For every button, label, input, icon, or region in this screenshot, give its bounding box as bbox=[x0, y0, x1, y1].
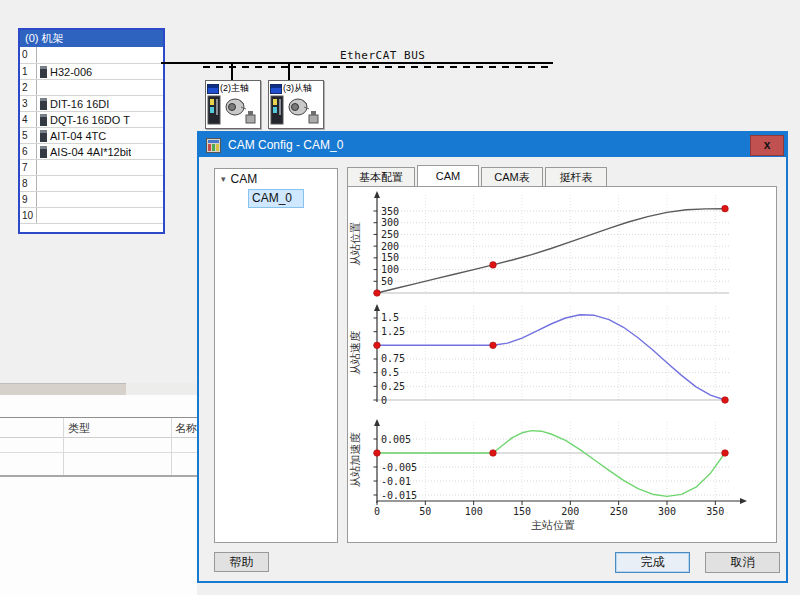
slot-number: 6 bbox=[20, 144, 37, 159]
cam-point[interactable] bbox=[374, 342, 381, 349]
rack-filler bbox=[20, 223, 163, 232]
close-button[interactable]: x bbox=[750, 135, 784, 156]
rack-slot[interactable]: 9 bbox=[20, 191, 163, 207]
ethercat-bus-dashes bbox=[203, 66, 553, 68]
module-icon bbox=[40, 130, 47, 142]
cam-point[interactable] bbox=[490, 450, 497, 457]
svg-text:-0.015: -0.015 bbox=[381, 490, 417, 501]
column-header-type: 类型 bbox=[68, 421, 90, 436]
servo-motor-icon bbox=[206, 95, 258, 127]
drive-chip-icon bbox=[207, 84, 219, 94]
svg-text:100: 100 bbox=[465, 506, 483, 517]
svg-text:150: 150 bbox=[513, 506, 531, 517]
rack-header: (0) 机架 bbox=[20, 30, 163, 47]
slot-number: 9 bbox=[20, 192, 37, 207]
rack-rows: 01H32-00623DIT-16 16DI4DQT-16 16DO T5AIT… bbox=[20, 47, 163, 223]
module-icon bbox=[40, 146, 47, 158]
svg-text:150: 150 bbox=[381, 252, 399, 263]
cam-config-dialog: CAM Config - CAM_0 x ▾ CAM CAM_0 帮助 基本配置… bbox=[197, 131, 788, 583]
dialog-title: CAM Config - CAM_0 bbox=[228, 138, 343, 152]
bottom-panel-splitter-end bbox=[126, 383, 197, 395]
rack-slot[interactable]: 6AIS-04 4AI*12bit bbox=[20, 143, 163, 159]
table-top-border bbox=[0, 417, 197, 418]
y-axis-title: 从站速度 bbox=[349, 331, 361, 375]
svg-text:50: 50 bbox=[419, 506, 431, 517]
svg-text:350: 350 bbox=[706, 506, 724, 517]
svg-text:250: 250 bbox=[610, 506, 628, 517]
cam-point[interactable] bbox=[374, 290, 381, 297]
table-row-border bbox=[0, 452, 197, 453]
dialog-app-icon bbox=[206, 138, 221, 153]
svg-text:200: 200 bbox=[561, 506, 579, 517]
table-section-border bbox=[0, 475, 197, 477]
y-axis-title: 从站位置 bbox=[349, 222, 361, 266]
rack-slot[interactable]: 5AIT-04 4TC bbox=[20, 127, 163, 143]
acceleration-chart[interactable]: 0.005-0.005-0.01-0.015050100150200250300… bbox=[349, 418, 773, 540]
module-label: DIT-16 16DI bbox=[50, 98, 109, 110]
bus-drop-line bbox=[231, 64, 233, 80]
cam-point[interactable] bbox=[490, 262, 497, 269]
variable-table-background bbox=[0, 395, 197, 595]
rack-slot[interactable]: 8 bbox=[20, 175, 163, 191]
rack-slot[interactable]: 2 bbox=[20, 79, 163, 95]
rack-slot[interactable]: 3DIT-16 16DI bbox=[20, 95, 163, 111]
rack-slot[interactable]: 10 bbox=[20, 207, 163, 223]
svg-text:0.25: 0.25 bbox=[381, 381, 405, 392]
cam-point[interactable] bbox=[722, 205, 729, 212]
rack-slot[interactable]: 7 bbox=[20, 159, 163, 175]
svg-text:300: 300 bbox=[381, 217, 399, 228]
drive-chip-icon bbox=[270, 84, 282, 94]
svg-text:300: 300 bbox=[658, 506, 676, 517]
svg-text:0.005: 0.005 bbox=[381, 434, 411, 445]
slot-number: 5 bbox=[20, 128, 37, 143]
cancel-button[interactable]: 取消 bbox=[705, 552, 780, 573]
column-header-name: 名称 bbox=[175, 421, 197, 436]
module-icon bbox=[40, 114, 47, 126]
cam-point[interactable] bbox=[722, 450, 729, 457]
cam-chart-panel: 35030025020015010050从站位置 1.51.250.750.50… bbox=[347, 186, 777, 543]
svg-text:0: 0 bbox=[381, 395, 387, 406]
rack-slot[interactable]: 4DQT-16 16DO T bbox=[20, 111, 163, 127]
table-column-divider bbox=[63, 418, 64, 475]
tree-root-label: CAM bbox=[231, 172, 258, 186]
tab-基本配置[interactable]: 基本配置 bbox=[347, 167, 415, 186]
tree-node-cam0-selected[interactable]: CAM_0 bbox=[248, 189, 304, 208]
svg-text:1.5: 1.5 bbox=[381, 312, 399, 323]
svg-text:-0.01: -0.01 bbox=[381, 476, 411, 487]
position-chart[interactable]: 35030025020015010050从站位置 bbox=[349, 189, 773, 301]
slot-number: 4 bbox=[20, 112, 37, 127]
device-label: (3)从轴 bbox=[283, 82, 312, 95]
module-icon bbox=[40, 66, 47, 78]
bus-drop-line bbox=[288, 64, 290, 80]
servo-motor-icon bbox=[269, 95, 321, 127]
device-node-master-axis[interactable]: (2)主轴 bbox=[205, 80, 261, 129]
module-label: AIT-04 4TC bbox=[50, 130, 106, 142]
svg-text:250: 250 bbox=[381, 229, 399, 240]
slot-number: 3 bbox=[20, 96, 37, 111]
help-button[interactable]: 帮助 bbox=[214, 552, 269, 572]
cam-point[interactable] bbox=[722, 397, 729, 404]
y-axis-title: 从站加速度 bbox=[349, 433, 361, 488]
slot-number: 10 bbox=[20, 208, 37, 223]
rack-slot[interactable]: 1H32-006 bbox=[20, 63, 163, 79]
tab-挺杆表[interactable]: 挺杆表 bbox=[545, 167, 607, 186]
slot-number: 8 bbox=[20, 176, 37, 191]
svg-text:350: 350 bbox=[381, 206, 399, 217]
svg-text:1.25: 1.25 bbox=[381, 326, 405, 337]
slot-number: 7 bbox=[20, 160, 37, 175]
velocity-chart[interactable]: 1.51.250.750.50.250从站速度 bbox=[349, 302, 773, 414]
ethercat-bus-line bbox=[161, 62, 553, 64]
rack-slot[interactable]: 0 bbox=[20, 47, 163, 63]
cam-point[interactable] bbox=[490, 342, 497, 349]
finish-button[interactable]: 完成 bbox=[615, 552, 690, 573]
svg-text:-0.005: -0.005 bbox=[381, 462, 417, 473]
dialog-titlebar[interactable]: CAM Config - CAM_0 x bbox=[199, 133, 786, 157]
device-node-slave-axis[interactable]: (3)从轴 bbox=[268, 80, 324, 129]
tree-node-cam[interactable]: ▾ CAM bbox=[215, 169, 337, 188]
bottom-panel-splitter[interactable] bbox=[0, 383, 126, 395]
svg-text:0.75: 0.75 bbox=[381, 353, 405, 364]
tab-CAM[interactable]: CAM bbox=[417, 165, 479, 186]
slot-number: 1 bbox=[20, 64, 37, 79]
cam-point[interactable] bbox=[374, 450, 381, 457]
tab-CAM表[interactable]: CAM表 bbox=[481, 167, 543, 186]
